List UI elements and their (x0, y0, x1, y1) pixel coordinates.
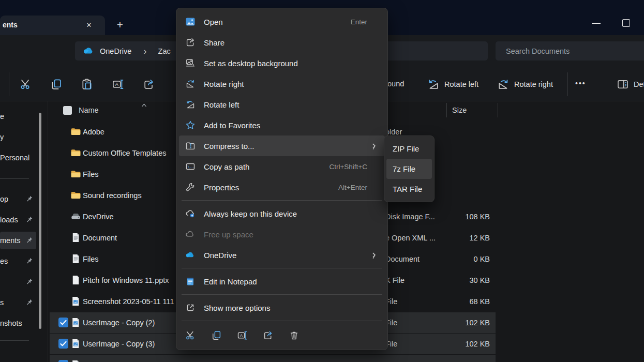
sidebar-item-nshots[interactable]: nshots (0, 314, 36, 332)
file-name: Sound recordings (83, 185, 142, 206)
column-divider[interactable] (446, 103, 447, 117)
rotate-left-icon (185, 99, 196, 110)
compress-submenu: ZIP File7z FileTAR File (384, 135, 435, 202)
sidebar-item-ments[interactable]: ments (0, 232, 36, 249)
menu-item-label: Open (204, 18, 351, 26)
menu-item-label: Free up space (204, 230, 379, 239)
set-background-button-fragment[interactable]: ound (387, 80, 404, 88)
sidebar-item-op[interactable]: op (0, 190, 36, 208)
menu-item-label: Add to Favorites (204, 121, 379, 130)
file-type: Document (385, 249, 420, 269)
row-checkbox[interactable] (58, 339, 68, 349)
row-checkbox[interactable] (58, 318, 68, 327)
breadcrumb-chevron-icon: › (143, 47, 146, 55)
sidebar-scrollbar[interactable] (39, 113, 41, 329)
menu-item-add-to-favorites[interactable]: Add to Favorites (179, 115, 385, 135)
menu-item-free-up-space[interactable]: Free up space (179, 224, 385, 245)
submenu-item-tar-file[interactable]: TAR File (386, 179, 432, 199)
menu-item-onedrive[interactable]: OneDrive (179, 245, 385, 265)
paste-button[interactable] (81, 78, 93, 90)
star-icon (185, 120, 196, 130)
show-more-icon (185, 303, 196, 313)
minimize-button[interactable] (592, 23, 601, 24)
tab-close-icon[interactable]: ✕ (83, 20, 95, 31)
select-all-checkbox[interactable] (63, 106, 72, 115)
submenu-item-zip-file[interactable]: ZIP File (386, 139, 432, 159)
menu-item-show-more-options[interactable]: Show more options (179, 297, 385, 318)
copy-button[interactable] (211, 330, 222, 341)
menu-item-set-as-desktop-background[interactable]: Set as desktop background (179, 53, 385, 73)
file-name: UserImage - Copy (2) (83, 312, 155, 333)
sidebar-item-loads[interactable]: loads (0, 211, 36, 229)
breadcrumb-current[interactable]: Zac (158, 47, 171, 55)
svg-text:A: A (240, 333, 243, 338)
image-icon (70, 338, 81, 349)
rename-button[interactable]: A (237, 330, 248, 341)
menu-item-rotate-right[interactable]: Rotate right (179, 73, 385, 94)
tab-documents[interactable]: ents ✕ (0, 16, 105, 35)
onedrive-cloud-icon (83, 45, 95, 57)
menu-item-rotate-left[interactable]: Rotate left (179, 94, 385, 115)
breadcrumb-onedrive[interactable]: OneDrive (100, 47, 131, 55)
chevron-right-icon (370, 251, 378, 259)
search-input[interactable]: Search Documents (496, 41, 644, 61)
new-tab-button[interactable]: + (113, 17, 127, 33)
menu-item-always-keep-on-this-device[interactable]: Always keep on this device (179, 203, 385, 224)
menu-separator (182, 294, 382, 295)
rotate-right-button[interactable]: Rotate right (497, 78, 553, 91)
menu-item-open[interactable]: OpenEnter (179, 11, 385, 32)
sidebar-item-y[interactable]: y (0, 128, 36, 146)
menu-item-label: Share (204, 38, 379, 47)
delete-button[interactable] (289, 330, 299, 341)
menu-item-edit-in-notepad[interactable]: Edit in Notepad (179, 271, 385, 292)
submenu-item-7z-file[interactable]: 7z File (386, 159, 432, 179)
column-header-name[interactable]: Name (79, 106, 99, 114)
maximize-button[interactable] (622, 19, 630, 27)
sidebar-item-label: loads (0, 216, 18, 224)
menu-item-label: Show more options (204, 304, 379, 312)
sidebar-item-label: Personal (0, 154, 29, 162)
more-options-button[interactable]: ••• (575, 79, 586, 87)
share-icon (185, 37, 196, 48)
pin-icon (25, 278, 33, 285)
menu-item-share[interactable]: Share (179, 32, 385, 53)
menu-item-label: Rotate right (204, 80, 379, 88)
sidebar-separator (0, 178, 29, 179)
share-button[interactable] (263, 330, 274, 341)
toolbar-divider (567, 72, 568, 96)
file-name: Files (83, 249, 99, 269)
context-menu: OpenEnterShareSet as desktop backgroundR… (176, 8, 388, 350)
sidebar-item-label: es (0, 257, 8, 265)
details-pane-icon (617, 78, 629, 90)
details-pane-button[interactable]: Det (617, 78, 644, 91)
row-checkbox[interactable] (58, 360, 68, 362)
pin-icon (25, 298, 33, 306)
menu-item-compress-to[interactable]: Compress to... (179, 135, 385, 156)
sidebar-item-es[interactable]: es (0, 252, 36, 270)
sidebar-item-label: ments (0, 236, 21, 245)
menu-item-properties[interactable]: PropertiesAlt+Enter (179, 177, 385, 198)
pin-icon (25, 236, 33, 244)
menu-item-label: Always keep on this device (204, 209, 379, 218)
menu-item-copy-as-path[interactable]: \..Copy as pathCtrl+Shift+C (179, 156, 385, 177)
sidebar-item-Personal[interactable]: Personal (0, 149, 36, 167)
cut-button[interactable] (185, 330, 196, 341)
copy-button[interactable] (50, 78, 63, 90)
sort-ascending-icon (140, 101, 148, 108)
file-explorer-window: ents ✕ + OneDrive › Zac Search Documents… (0, 0, 644, 362)
column-divider[interactable] (498, 103, 498, 117)
sidebar-item-s[interactable]: s (0, 294, 36, 311)
cut-button[interactable] (20, 78, 32, 90)
sidebar-item-pinned[interactable] (0, 273, 36, 291)
file-row[interactable] (50, 355, 496, 362)
sidebar-item-e[interactable]: e (0, 108, 36, 125)
share-button[interactable] (143, 78, 155, 90)
svg-text:A: A (115, 81, 118, 87)
column-header-size[interactable]: Size (452, 106, 467, 114)
rename-button[interactable]: A (112, 78, 124, 90)
rotate-left-button[interactable]: Rotate left (427, 78, 478, 91)
menu-item-label: Set as desktop background (204, 59, 379, 68)
sidebar-item-label: op (0, 195, 8, 203)
folder-icon (70, 169, 81, 179)
menu-quick-actions: A (176, 324, 387, 346)
